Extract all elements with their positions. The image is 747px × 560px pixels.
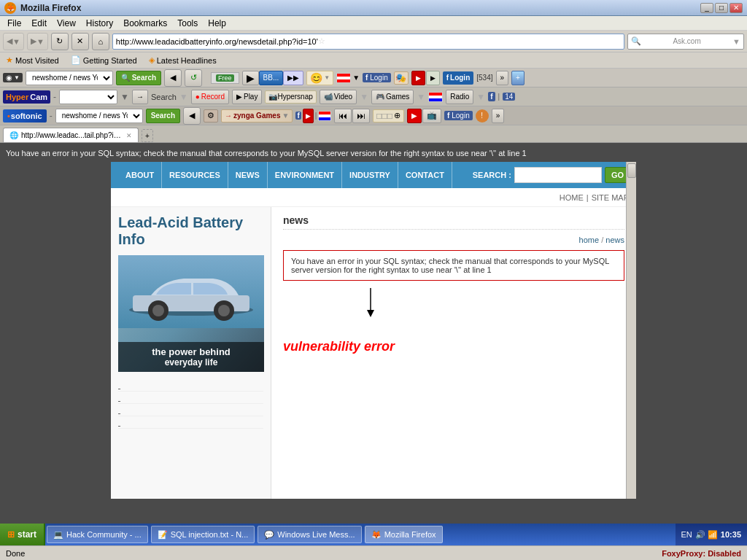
zynga-btn[interactable]: → zynga Games ▼ — [221, 109, 293, 122]
toolbar1-dropdown[interactable]: newshome / news You — [26, 71, 113, 85]
toolbar1-prev-button[interactable]: ◀ — [164, 69, 182, 87]
radio-btn[interactable]: Radio — [446, 90, 473, 104]
media-btn1[interactable]: ⏮ — [334, 109, 352, 123]
record-button[interactable]: ● Record — [191, 90, 229, 104]
menu-history[interactable]: History — [82, 18, 117, 29]
title-bar: 🦊 Mozilla Firefox _ □ ✕ — [0, 0, 747, 16]
latest-headlines-label: Latest Headlines — [157, 56, 217, 65]
site-logo: Lead-Acid Battery Info — [118, 214, 263, 248]
games-btn[interactable]: 🎮 Games — [371, 90, 414, 104]
breadcrumb-home-link[interactable]: home — [579, 236, 600, 244]
new-tab-button[interactable]: + — [142, 129, 153, 142]
menu-help[interactable]: Help — [204, 18, 231, 29]
sub-nav-home[interactable]: HOME — [560, 193, 584, 202]
menu-bar: File Edit View History Bookmarks Tools H… — [0, 16, 747, 31]
video-icon-btn[interactable]: ▶ — [242, 71, 259, 85]
menu-bookmarks[interactable]: Bookmarks — [119, 18, 171, 29]
toolbar3-prev-btn[interactable]: ◀ — [183, 107, 201, 125]
toolbar1-icons: ▶ BB... ▶▶ — [242, 71, 304, 85]
search-icon: 🔍 — [631, 36, 641, 46]
youtube-btn2[interactable]: ▶ — [303, 109, 314, 123]
tab-close-button[interactable]: ✕ — [126, 132, 132, 139]
yt-btn[interactable]: ▶ — [407, 109, 422, 123]
play-icon: ▶ — [236, 93, 242, 101]
sidebar-link-1[interactable] — [118, 379, 263, 392]
sidebar-link-2[interactable] — [118, 392, 263, 404]
breadcrumb-news-link[interactable]: news — [605, 236, 624, 244]
back-button[interactable]: ◀ ▼ — [3, 33, 24, 50]
youtube-button[interactable]: ▶ — [411, 71, 425, 85]
toolbar-row-2: HyperCam - ▼ → Search ▼ ● Record ▶ Play … — [0, 88, 747, 106]
flag-icon2 — [318, 111, 331, 121]
toolbar1-icon: ◉ — [6, 74, 12, 82]
toolbar1-expand-btn[interactable]: » — [496, 71, 509, 85]
annotation-arrow — [327, 281, 414, 317]
fb-login-badge[interactable]: f Login — [363, 73, 391, 82]
forward-icon: ▶ — [31, 36, 36, 46]
record-dot-icon: ● — [196, 93, 200, 101]
gear-icon: ⚙ — [207, 111, 214, 120]
stop-icon: ✕ — [77, 36, 83, 46]
stop-button[interactable]: ✕ — [71, 33, 89, 50]
toolbar1-bb-button[interactable]: BB... — [259, 71, 284, 85]
toolbar3-search-button[interactable]: Search — [146, 109, 180, 123]
sql-error-top: You have an error in your SQL syntax; ch… — [0, 146, 747, 160]
toolbar1-reload-button[interactable]: ↺ — [185, 69, 202, 87]
nav-news[interactable]: NEWS — [228, 162, 268, 188]
toolbar3-icon: ! — [476, 109, 489, 122]
toolbar1-media-btns: ▶ ▶ — [411, 71, 440, 85]
menu-file[interactable]: File — [3, 18, 26, 29]
scrollbar-thumb[interactable] — [627, 163, 636, 178]
toolbar1-add-btn[interactable]: + — [511, 71, 525, 85]
menu-tools[interactable]: Tools — [173, 18, 202, 29]
toolbar1-search-button[interactable]: 🔍 Search — [116, 71, 161, 85]
media-icon-btn[interactable]: 📺 — [422, 109, 441, 123]
toolbar3-fb-login[interactable]: f Login — [444, 111, 473, 120]
video-btn[interactable]: 📹 Video — [320, 90, 357, 104]
window-controls: _ □ ✕ — [700, 3, 743, 13]
close-button[interactable]: ✕ — [729, 3, 743, 13]
play-button[interactable]: ▶ Play — [232, 90, 262, 104]
menu-edit[interactable]: Edit — [27, 18, 51, 29]
scrollbar[interactable] — [626, 162, 636, 499]
zynga-icon: → — [225, 112, 232, 120]
reload-button[interactable]: ↻ — [51, 33, 69, 50]
active-tab[interactable]: 🌐 http://www.leadac...tail.php?id=10%27 … — [3, 128, 139, 142]
media-btn2[interactable]: ⏭ — [352, 109, 370, 123]
toolbar2-dropdown[interactable] — [59, 90, 117, 104]
fb-f2-icon: f — [446, 74, 449, 82]
nav-about[interactable]: ABOUT — [118, 162, 162, 188]
forward-button[interactable]: ▶ ▼ — [27, 33, 48, 50]
sidebar-link-3[interactable] — [118, 404, 263, 416]
minimize-button[interactable]: _ — [700, 3, 713, 13]
toolbar3-expand-btn[interactable]: » — [492, 109, 505, 123]
nav-environment[interactable]: ENVIRONMENT — [268, 162, 342, 188]
svg-point-6 — [218, 305, 230, 316]
most-visited-bookmark[interactable]: ★ Most Visited — [3, 55, 62, 66]
search-bar[interactable]: 🔍 Ask.com ▼ — [627, 34, 744, 50]
latest-headlines-bookmark[interactable]: ◈ Latest Headlines — [146, 55, 220, 66]
getting-started-bookmark[interactable]: 📄 Getting Started — [68, 55, 140, 66]
site-search-input[interactable] — [514, 167, 602, 183]
toolbar2-arrow-btn[interactable]: → — [132, 90, 148, 104]
menu-view[interactable]: View — [53, 18, 80, 29]
home-button[interactable]: ⌂ — [92, 33, 109, 50]
toolbar2-fb-badge[interactable]: f — [488, 92, 495, 101]
nav-industry[interactable]: INDUSTRY — [342, 162, 398, 188]
sub-nav-sitemap[interactable]: SITE MAP — [592, 193, 629, 202]
toolbar1-flags: ▼ — [336, 73, 360, 83]
nav-contact[interactable]: CONTACT — [398, 162, 452, 188]
site-nav: ABOUT RESOURCES NEWS ENVIRONMENT INDUSTR… — [111, 162, 636, 188]
maximize-button[interactable]: □ — [715, 3, 728, 13]
sidebar-link-4[interactable] — [118, 416, 263, 429]
toolbar-row-1: ◉ ▼ newshome / news You 🔍 Search ◀ ↺ Fre… — [0, 69, 747, 88]
toolbar3-fb-area: □□□ ⊕ — [373, 109, 404, 122]
address-bar[interactable]: http://www.leadacidbatteryinfo.org/newsd… — [112, 34, 624, 50]
hypersnap-btn[interactable]: 📷 Hypersnap — [265, 90, 316, 104]
car-caption-line2: everyday life — [125, 357, 257, 368]
nav-resources[interactable]: RESOURCES — [162, 162, 228, 188]
toolbar1-play-btn[interactable]: ▶▶ — [283, 71, 303, 85]
toolbar1-login-fb2[interactable]: f Login — [443, 71, 474, 85]
toolbar3-dropdown[interactable]: newshome / news You — [55, 109, 143, 123]
another-btn[interactable]: ▶ — [426, 71, 440, 85]
